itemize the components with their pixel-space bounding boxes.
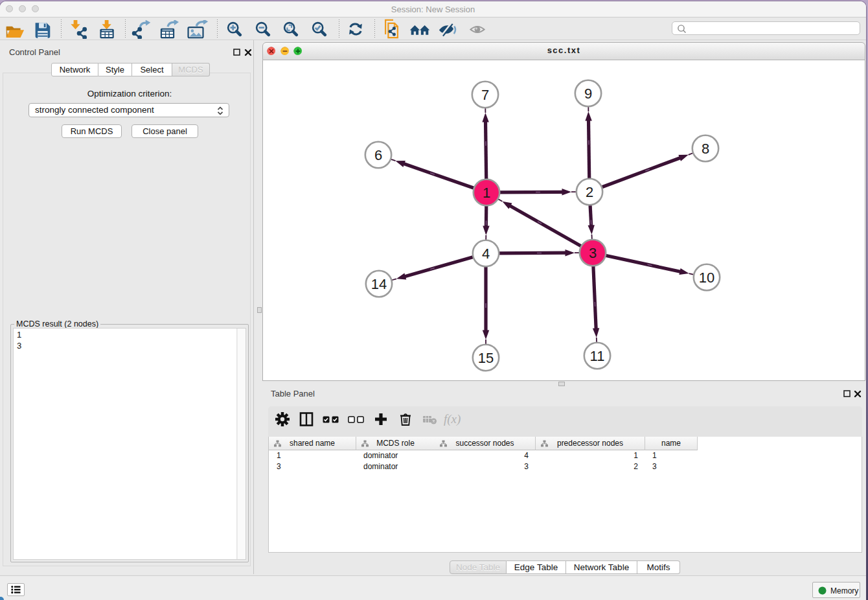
svg-text:4: 4 — [482, 246, 490, 262]
svg-text:3: 3 — [589, 245, 597, 261]
svg-text:9: 9 — [584, 86, 592, 102]
svg-text:11: 11 — [590, 348, 605, 364]
svg-text:10: 10 — [699, 270, 714, 286]
svg-text:6: 6 — [374, 147, 382, 163]
svg-text:8: 8 — [702, 141, 709, 157]
svg-text:15: 15 — [478, 350, 494, 366]
svg-text:14: 14 — [371, 276, 387, 292]
svg-text:7: 7 — [481, 87, 489, 103]
svg-text:1: 1 — [483, 185, 490, 201]
svg-text:2: 2 — [586, 184, 593, 200]
